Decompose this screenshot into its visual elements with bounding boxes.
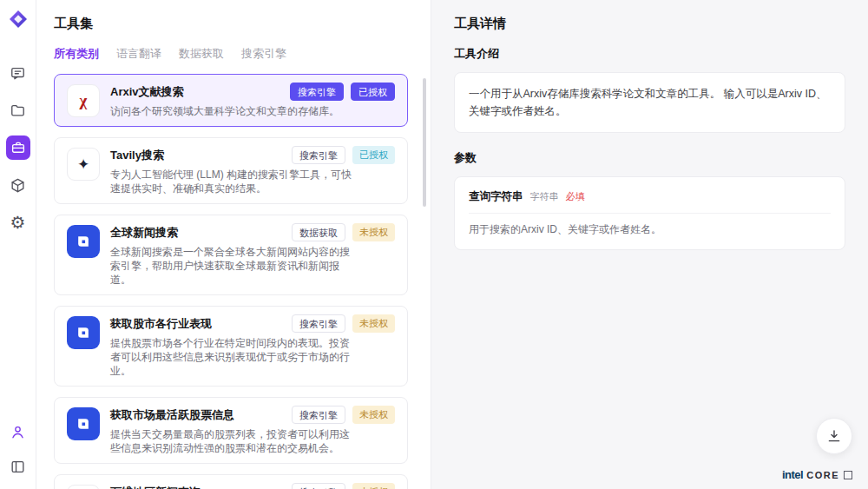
param-item: 查询字符串字符串必填用于搜索的Arxiv ID、关键字或作者姓名。 bbox=[469, 189, 831, 237]
rail-nav: ⚙ bbox=[6, 61, 30, 235]
news-doc-icon bbox=[67, 485, 100, 489]
auth-status-badge: 未授权 bbox=[352, 483, 395, 489]
details-panel-title: 工具详情 bbox=[454, 16, 845, 32]
app-logo-icon[interactable] bbox=[8, 9, 29, 30]
auth-status-badge: 未授权 bbox=[352, 223, 395, 241]
tool-title: 全球新闻搜索 bbox=[110, 226, 178, 240]
param-name: 查询字符串 bbox=[469, 189, 523, 204]
tool-description: 全球新闻搜索是一个聚合全球各大新闻网站内容的搜索引擎，帮助用户快速获取全球最新资… bbox=[110, 245, 352, 287]
category-badge: 搜索引擎 bbox=[292, 406, 345, 424]
core-wordmark: CORE bbox=[806, 470, 839, 480]
tool-intro-text: 一个用于从Arxiv存储库搜索科学论文和文章的工具。 输入可以是Arxiv ID… bbox=[454, 72, 845, 133]
tool-card[interactable]: χArxiv文献搜索搜索引擎已授权访问各个研究领域大量科学论文和文章的存储库。 bbox=[54, 74, 408, 127]
download-button[interactable] bbox=[816, 418, 852, 454]
rail-bottom bbox=[6, 420, 30, 479]
params-section-title: 参数 bbox=[454, 150, 845, 166]
data-api-logo-icon bbox=[67, 407, 100, 440]
details-panel: 工具详情 工具介绍 一个用于从Arxiv存储库搜索科学论文和文章的工具。 输入可… bbox=[431, 0, 868, 489]
category-badge: 数据获取 bbox=[292, 223, 345, 241]
category-badge: 搜索引擎 bbox=[292, 314, 345, 333]
tab-1[interactable]: 所有类别 bbox=[54, 46, 99, 62]
download-icon bbox=[826, 428, 842, 444]
auth-status-badge: 已授权 bbox=[351, 83, 395, 101]
chat-icon[interactable] bbox=[6, 61, 30, 85]
tool-card[interactable]: ✦Tavily搜索搜索引擎已授权专为人工智能代理 (LLM) 构建的搜索引擎工具… bbox=[54, 137, 408, 204]
tool-description: 提供当天交易量最高的股票列表，投资者可以利用这些信息来识别流动性强的股票和潜在的… bbox=[110, 427, 352, 455]
scrollbar-thumb[interactable] bbox=[423, 78, 426, 207]
tab-2[interactable]: 语言翻译 bbox=[116, 46, 161, 62]
param-type: 字符串 bbox=[530, 190, 559, 203]
tool-title: Tavily搜索 bbox=[110, 149, 164, 162]
auth-status-badge: 已授权 bbox=[352, 146, 395, 164]
tool-card-body: 获取股市各行业表现搜索引擎未授权提供股票市场各个行业在特定时间段内的表现。投资者… bbox=[110, 314, 395, 378]
icon-rail: ⚙ bbox=[0, 0, 36, 489]
tool-card[interactable]: 万维地区新闻查询搜索引擎未授权查询具体行政区划内的新闻，快速了解各地新闻动 bbox=[54, 474, 408, 489]
tool-title: Arxiv文献搜索 bbox=[110, 85, 184, 99]
tab-3[interactable]: 数据获取 bbox=[179, 46, 224, 62]
briefcase-icon[interactable] bbox=[6, 135, 30, 160]
package-icon[interactable] bbox=[6, 173, 30, 197]
param-required-flag: 必填 bbox=[566, 190, 585, 203]
category-tabs: 所有类别语言翻译数据获取搜索引擎 bbox=[54, 46, 418, 62]
tool-card[interactable]: 全球新闻搜索数据获取未授权全球新闻搜索是一个聚合全球各大新闻网站内容的搜索引擎，… bbox=[54, 215, 408, 295]
data-api-logo-icon bbox=[67, 316, 100, 349]
tool-card-body: 获取市场最活跃股票信息搜索引擎未授权提供当天交易量最高的股票列表，投资者可以利用… bbox=[110, 406, 395, 455]
param-description: 用于搜索的Arxiv ID、关键字或作者姓名。 bbox=[469, 222, 831, 237]
tab-4[interactable]: 搜索引擎 bbox=[241, 46, 286, 62]
user-icon[interactable] bbox=[6, 420, 30, 444]
settings-gear-icon[interactable]: ⚙ bbox=[6, 210, 30, 235]
auth-status-badge: 未授权 bbox=[352, 314, 395, 333]
category-badge: 搜索引擎 bbox=[292, 483, 345, 489]
tools-panel-title: 工具集 bbox=[54, 16, 418, 32]
params-card: 查询字符串字符串必填用于搜索的Arxiv ID、关键字或作者姓名。 bbox=[454, 176, 845, 250]
tool-card-body: Tavily搜索搜索引擎已授权专为人工智能代理 (LLM) 构建的搜索引擎工具，… bbox=[110, 146, 395, 195]
tool-card[interactable]: 获取股市各行业表现搜索引擎未授权提供股票市场各个行业在特定时间段内的表现。投资者… bbox=[54, 306, 408, 387]
tools-panel: 工具集 所有类别语言翻译数据获取搜索引擎 χArxiv文献搜索搜索引擎已授权访问… bbox=[36, 0, 431, 489]
tool-title: 获取市场最活跃股票信息 bbox=[110, 408, 234, 422]
tool-description: 专为人工智能代理 (LLM) 构建的搜索引擎工具，可快速提供实时、准确和真实的结… bbox=[110, 168, 352, 195]
data-api-logo-icon bbox=[67, 225, 100, 258]
tool-description: 访问各个研究领域大量科学论文和文章的存储库。 bbox=[110, 104, 352, 118]
category-badge: 搜索引擎 bbox=[290, 83, 344, 101]
tool-card-body: Arxiv文献搜索搜索引擎已授权访问各个研究领域大量科学论文和文章的存储库。 bbox=[110, 83, 395, 118]
tool-title: 万维地区新闻查询 bbox=[110, 486, 201, 489]
tool-card-body: 全球新闻搜索数据获取未授权全球新闻搜索是一个聚合全球各大新闻网站内容的搜索引擎，… bbox=[110, 223, 395, 287]
intel-core-logo: intel CORE bbox=[782, 468, 852, 481]
tool-title: 获取股市各行业表现 bbox=[110, 317, 212, 331]
sidebar-toggle-icon[interactable] bbox=[6, 454, 30, 479]
category-badge: 搜索引擎 bbox=[292, 146, 345, 164]
intro-section-title: 工具介绍 bbox=[454, 46, 845, 62]
tool-list: χArxiv文献搜索搜索引擎已授权访问各个研究领域大量科学论文和文章的存储库。✦… bbox=[54, 74, 418, 489]
tavily-logo-icon: ✦ bbox=[67, 148, 100, 181]
auth-status-badge: 未授权 bbox=[352, 406, 395, 424]
arxiv-logo-icon: χ bbox=[67, 84, 100, 117]
app-root: ⚙ 工具集 所有类别语言翻译数据获取搜索引擎 χArxiv文献搜索搜索引擎已授权… bbox=[0, 0, 868, 489]
core-badge-box-icon bbox=[844, 471, 852, 479]
tool-card[interactable]: 获取市场最活跃股票信息搜索引擎未授权提供当天交易量最高的股票列表，投资者可以利用… bbox=[54, 397, 408, 464]
intel-wordmark: intel bbox=[782, 468, 803, 481]
tool-description: 提供股票市场各个行业在特定时间段内的表现。投资者可以利用这些信息来识别表现优于或… bbox=[110, 336, 352, 378]
tool-card-body: 万维地区新闻查询搜索引擎未授权查询具体行政区划内的新闻，快速了解各地新闻动 bbox=[110, 483, 395, 489]
folder-icon[interactable] bbox=[6, 98, 30, 122]
